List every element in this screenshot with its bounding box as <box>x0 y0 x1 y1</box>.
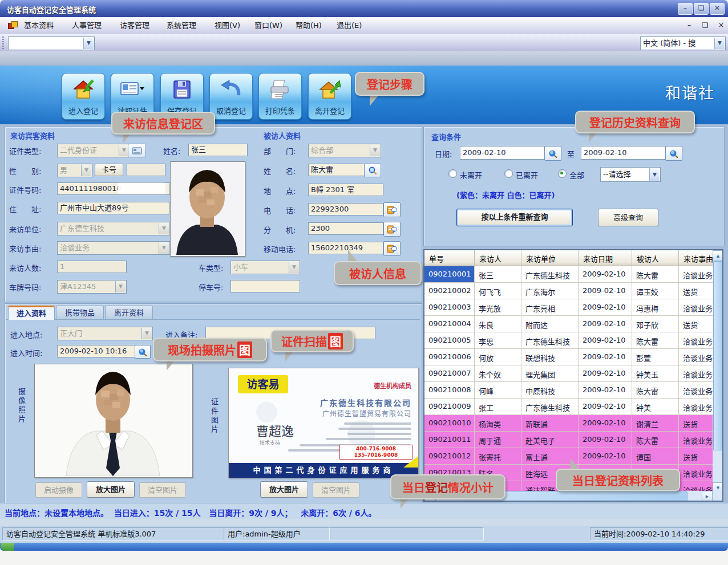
table-cell[interactable]: 理光集团 <box>521 365 579 382</box>
table-cell[interactable]: 联想科技 <box>521 349 579 365</box>
table-cell[interactable]: 陈大雷 <box>632 266 679 283</box>
table-cell[interactable]: 钟美玉 <box>632 365 679 382</box>
menu-item-basic[interactable]: 基本资料 <box>22 21 56 31</box>
table-header-cell[interactable]: 来访单位 <box>521 250 579 266</box>
table-cell[interactable]: 送货 <box>679 316 714 332</box>
phone-dial-button[interactable] <box>383 202 401 217</box>
date-from-input[interactable]: 2009-02-10 <box>460 146 548 160</box>
table-cell[interactable]: 中原科技 <box>521 382 579 399</box>
table-cell[interactable]: 周于通 <box>475 432 521 448</box>
menu-item-window[interactable]: 窗口(W) <box>252 21 285 31</box>
table-cell[interactable]: 2009-02-10 <box>579 316 632 332</box>
gender-combo[interactable]: 男 ▼ <box>57 164 92 177</box>
table-cell[interactable]: 2009-02-10 <box>579 349 632 365</box>
toolbar-grip[interactable] <box>2 36 4 49</box>
date-to-picker-button[interactable] <box>665 146 682 161</box>
table-cell[interactable]: 朱个奴 <box>475 365 521 382</box>
table-row[interactable]: 090210002何飞飞广东海尔2009-02-10谭玉姣送货 <box>424 283 722 299</box>
visited-mobile-input[interactable]: 15602210349 <box>308 242 383 254</box>
plate-number-combo[interactable]: 津A12345 ▼ <box>57 280 127 294</box>
zoom-card-button[interactable]: 放大图片 <box>260 481 308 498</box>
tab-entry-data[interactable]: 进入资料 <box>8 306 55 320</box>
menu-item-exit[interactable]: 退出(E) <box>334 21 364 31</box>
table-cell[interactable]: 洽谈业务 <box>679 465 714 481</box>
table-cell[interactable]: 2009-02-10 <box>579 365 632 382</box>
minimize-icon[interactable]: – <box>678 3 693 15</box>
menu-item-system[interactable]: 系统管理 <box>164 21 199 31</box>
card-reader-button[interactable] <box>128 144 146 157</box>
visited-ext-input[interactable]: 2300 <box>308 222 383 235</box>
table-row[interactable]: 090210006何放联想科技2009-02-10彭萱洽谈业务 <box>424 349 722 365</box>
requery-button[interactable]: 按以上条件重新查询 <box>456 209 573 226</box>
chevron-down-icon[interactable]: ▼ <box>649 168 660 181</box>
table-cell[interactable]: 洽谈业务 <box>679 382 714 399</box>
mdi-restore-icon[interactable]: ❏ <box>699 21 711 31</box>
table-cell[interactable]: 广东德生科技 <box>521 266 579 283</box>
menu-item-view[interactable]: 视图(V) <box>212 21 242 31</box>
chevron-down-icon[interactable]: ▼ <box>714 38 725 49</box>
table-cell[interactable]: 洽谈业务 <box>679 332 714 349</box>
table-cell[interactable]: 朱良 <box>475 316 521 332</box>
table-cell[interactable]: 洽谈业务 <box>679 432 714 448</box>
table-cell[interactable]: 090210001 <box>424 266 475 283</box>
language-bar[interactable]: 中文 (简体) - 搜 ▼ <box>640 36 726 50</box>
scroll-up-icon[interactable]: ▲ <box>713 250 723 261</box>
card-no-input[interactable] <box>127 164 165 176</box>
visitor-name-input[interactable]: 张三 <box>188 144 248 156</box>
table-cell[interactable]: 赴美电子 <box>521 432 579 448</box>
visited-name-input[interactable]: 陈大雷 <box>308 164 366 176</box>
table-cell[interactable]: 钟美 <box>632 399 679 415</box>
table-cell[interactable]: 090210004 <box>424 316 475 332</box>
table-cell[interactable]: 何飞飞 <box>475 283 521 299</box>
table-cell[interactable]: 送货 <box>679 415 714 432</box>
visit-unit-combo[interactable]: 广东德生科技 ▼ <box>57 222 170 235</box>
scroll-right-icon[interactable]: ▶ <box>702 491 713 502</box>
table-cell[interactable]: 090210012 <box>424 448 475 465</box>
table-cell[interactable]: 2009-02-10 <box>579 448 632 465</box>
table-cell[interactable]: 送货 <box>679 283 714 299</box>
table-cell[interactable]: 谭玉姣 <box>632 283 679 299</box>
table-cell[interactable]: 冯惠梅 <box>632 299 679 316</box>
table-cell[interactable]: 张三 <box>475 266 521 283</box>
table-cell[interactable]: 杨海类 <box>475 415 521 432</box>
table-cell[interactable]: 附而达 <box>521 316 579 332</box>
table-cell[interactable]: 广东德生科技 <box>521 399 579 415</box>
vehicle-type-combo[interactable]: 小车 ▼ <box>230 261 300 274</box>
table-cell[interactable]: 谢清兰 <box>632 415 679 432</box>
ext-dial-button[interactable] <box>383 222 401 237</box>
table-cell[interactable]: 新联通 <box>521 415 579 432</box>
quick-select-combo[interactable]: ▼ <box>8 36 95 50</box>
date-to-input[interactable]: 2009-02-10 <box>581 146 669 160</box>
table-cell[interactable]: 2009-02-10 <box>579 432 632 448</box>
menu-item-visitor[interactable]: 访客管理 <box>118 21 152 31</box>
table-cell[interactable]: 090210008 <box>424 382 475 399</box>
table-cell[interactable]: 2009-02-10 <box>579 283 632 299</box>
close-icon[interactable]: ✕ <box>710 3 725 15</box>
table-vscrollbar[interactable]: ▲ ▼ <box>713 250 722 492</box>
date-from-picker-button[interactable] <box>544 146 561 161</box>
table-cell[interactable]: 洽谈业务 <box>679 299 714 316</box>
visited-phone-input[interactable]: 22992300 <box>308 203 383 216</box>
table-cell[interactable]: 彭萱 <box>632 349 679 365</box>
table-cell[interactable]: 广东德生科技 <box>521 332 579 349</box>
entry-time-picker-button[interactable] <box>135 345 151 359</box>
table-cell[interactable]: 2009-02-10 <box>579 299 632 316</box>
table-row[interactable]: 090210004朱良附而达2009-02-10邓子欣送货 <box>424 316 722 332</box>
table-cell[interactable]: 陈大雷 <box>632 332 679 349</box>
entry-place-combo[interactable]: 正大门 ▼ <box>57 327 153 340</box>
table-row[interactable]: 090210005李思广东德生科技2009-02-10陈大雷洽谈业务 <box>424 332 722 349</box>
radio-all[interactable] <box>558 169 567 178</box>
table-header-cell[interactable]: 来访日期 <box>579 250 632 266</box>
leave-register-button[interactable]: 离开登记 <box>308 73 351 120</box>
visited-place-input[interactable]: B幢 2301 室 <box>308 184 383 196</box>
table-cell[interactable]: 2009-02-10 <box>579 382 632 399</box>
table-cell[interactable]: 何放 <box>475 349 521 365</box>
table-cell[interactable]: 2009-02-10 <box>579 415 632 432</box>
table-header-cell[interactable]: 被访人 <box>632 250 679 266</box>
table-cell[interactable]: 洽谈业务 <box>679 349 714 365</box>
table-cell[interactable]: 邓子欣 <box>632 316 679 332</box>
table-cell[interactable]: 090210011 <box>424 432 475 448</box>
table-cell[interactable]: 李思 <box>475 332 521 349</box>
table-cell[interactable]: 洽谈业务 <box>679 399 714 415</box>
table-cell[interactable]: 李光放 <box>475 299 521 316</box>
